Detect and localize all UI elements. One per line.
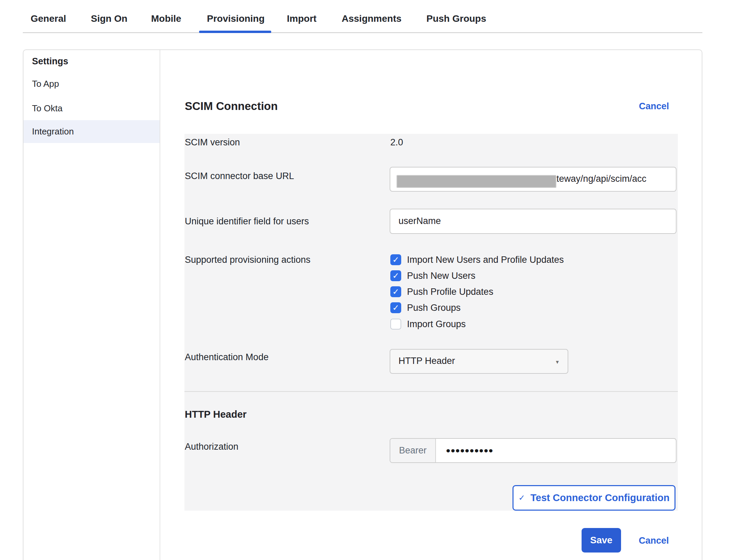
tab-sign-on[interactable]: Sign On [91, 13, 127, 25]
auth-mode-value: HTTP Header [398, 356, 455, 366]
sidebar-item-to-app[interactable]: To App [32, 78, 59, 90]
check-icon: ✓ [519, 493, 525, 502]
base-url-input[interactable]: https://b5bd-105-12-67-142.ngrok.io/gate… [390, 167, 677, 192]
checkbox-import-groups-label: Import Groups [407, 318, 466, 330]
tab-mobile[interactable]: Mobile [151, 13, 181, 25]
sidebar-divider [160, 50, 160, 560]
checkbox-push-groups-label: Push Groups [407, 302, 461, 314]
section-divider [184, 391, 678, 392]
cancel-link-bottom[interactable]: Cancel [639, 535, 669, 546]
provisioning-actions-label: Supported provisioning actions [185, 254, 310, 266]
authorization-input[interactable]: Bearer •••••••••• [390, 438, 677, 463]
checkbox-push-new-users-icon[interactable] [390, 270, 401, 281]
tab-import[interactable]: Import [287, 13, 316, 25]
checkbox-push-new-users-label: Push New Users [407, 270, 475, 282]
checkbox-push-groups-icon[interactable] [390, 302, 401, 313]
sidebar-item-to-okta[interactable]: To Okta [32, 102, 63, 114]
tab-push-groups[interactable]: Push Groups [426, 13, 486, 25]
save-button[interactable]: Save [582, 528, 621, 553]
checkbox-import-new-users-icon[interactable] [390, 254, 401, 265]
tab-general[interactable]: General [31, 13, 66, 25]
unique-id-value: userName [398, 216, 441, 226]
checkbox-push-profile-updates-label: Push Profile Updates [407, 286, 493, 298]
checkbox-import-new-users-label: Import New Users and Profile Updates [407, 254, 564, 266]
tab-assignments[interactable]: Assignments [342, 13, 402, 25]
authorization-secret-value[interactable]: •••••••••• [436, 439, 493, 462]
bearer-prefix: Bearer [390, 439, 436, 462]
checkbox-import-groups-icon[interactable] [390, 319, 401, 330]
test-connector-configuration-button[interactable]: ✓ Test Connector Configuration [512, 485, 675, 511]
http-header-heading: HTTP Header [185, 408, 247, 421]
cancel-link-top[interactable]: Cancel [639, 101, 669, 112]
sidebar-heading: Settings [32, 55, 68, 67]
redaction-bar [396, 175, 556, 188]
auth-mode-label: Authentication Mode [185, 351, 268, 363]
tab-provisioning[interactable]: Provisioning [207, 13, 265, 25]
unique-id-label: Unique identifier field for users [185, 215, 309, 227]
scim-version-value: 2.0 [390, 136, 403, 148]
chevron-down-icon: ▾ [556, 358, 559, 366]
checkbox-push-profile-updates-icon[interactable] [390, 286, 401, 297]
sidebar-item-integration[interactable]: Integration [32, 125, 74, 138]
base-url-label: SCIM connector base URL [185, 170, 294, 182]
authorization-label: Authorization [185, 441, 239, 453]
scim-version-label: SCIM version [185, 136, 240, 148]
active-tab-indicator [199, 31, 271, 33]
page-title: SCIM Connection [185, 99, 278, 114]
auth-mode-select[interactable]: HTTP Header ▾ [390, 349, 568, 374]
unique-id-input[interactable]: userName [390, 209, 677, 234]
test-connector-configuration-label: Test Connector Configuration [531, 492, 670, 503]
tab-bar-divider [23, 32, 702, 33]
